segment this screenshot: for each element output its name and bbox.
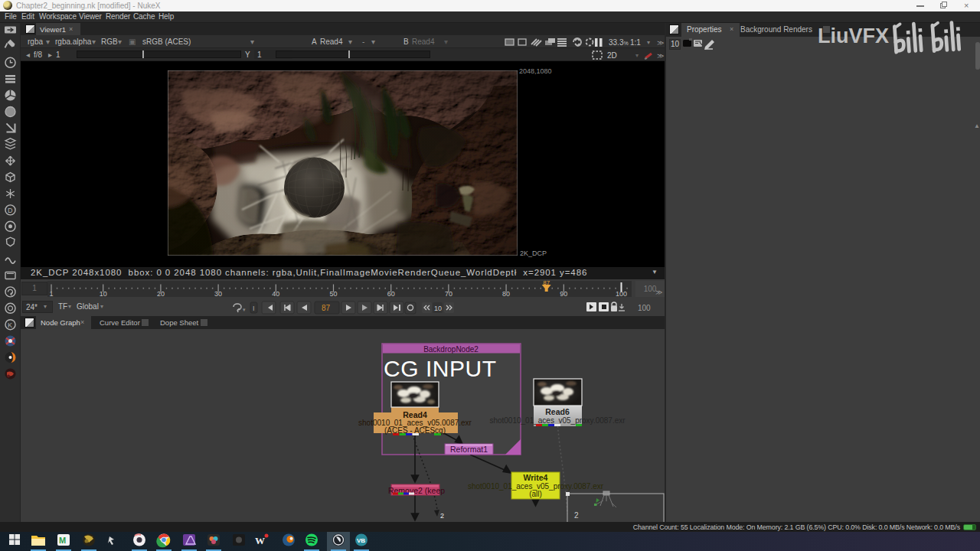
svg-text:10: 10 [100,290,107,298]
svg-text:▾: ▾ [243,307,246,312]
svg-text:(ACES - ACEScg): (ACES - ACEScg) [384,426,446,435]
svg-text:M: M [59,536,66,545]
svg-text:shot0010_01_aces_v05_proxy.008: shot0010_01_aces_v05_proxy.0087.exr [489,416,626,425]
svg-text:70: 70 [445,290,452,298]
svg-text:2D: 2D [607,51,617,60]
svg-text:33.3%: 33.3% [609,38,629,47]
svg-text:Write4: Write4 [524,473,548,482]
svg-text:CG INPUT: CG INPUT [384,356,496,381]
svg-text:20: 20 [157,290,165,298]
svg-text:2: 2 [574,511,579,520]
svg-text:1: 1 [49,290,53,298]
svg-text:VB: VB [357,537,365,544]
svg-text:30: 30 [214,290,222,298]
svg-text:▾: ▾ [635,52,639,59]
svg-text:≫: ≫ [657,52,664,60]
svg-text:I: I [253,305,255,312]
svg-text:K: K [8,321,12,329]
svg-text:60: 60 [387,290,395,298]
svg-text:90: 90 [560,290,567,298]
svg-text:1:1: 1:1 [630,38,641,47]
svg-text:Reformat1: Reformat1 [450,445,488,454]
svg-text:Read6: Read6 [545,407,570,416]
svg-text:≫: ≫ [657,39,664,47]
svg-text:10: 10 [434,305,442,312]
svg-text:100: 100 [638,304,651,312]
svg-text:D: D [8,207,13,214]
svg-text:▾: ▾ [647,39,650,46]
svg-text:BackdropNode2: BackdropNode2 [423,345,479,354]
svg-text:50: 50 [329,290,337,298]
svg-text:87: 87 [322,304,331,312]
svg-text:(all): (all) [529,490,542,498]
svg-text:2: 2 [440,512,444,520]
svg-text:40: 40 [272,290,279,298]
svg-text:80: 80 [502,290,510,298]
svg-text:W: W [255,535,265,546]
